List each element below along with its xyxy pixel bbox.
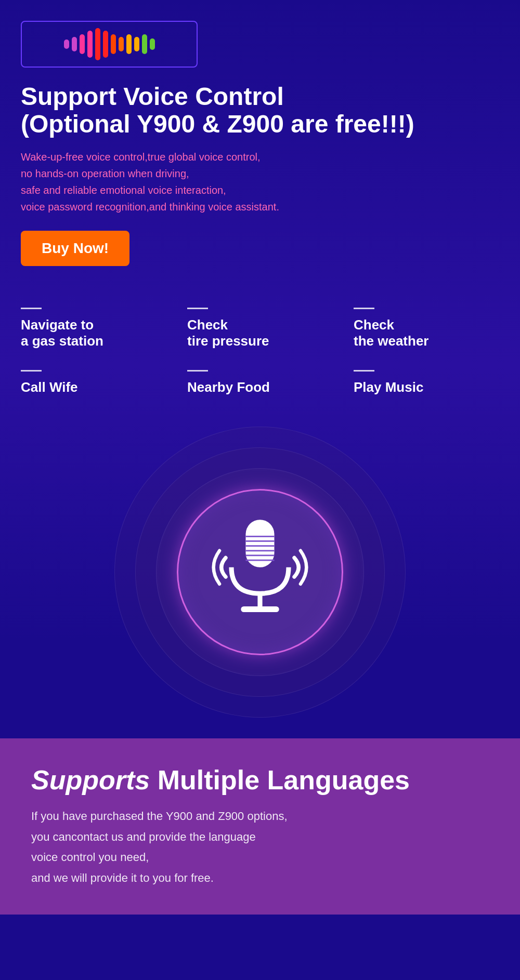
subtitle-text: Wake-up-free voice control,true global v… [21, 149, 499, 215]
title-line1: Support Voice Control [21, 83, 284, 110]
command-text-music: Play Music [354, 379, 499, 395]
waveform-bars [64, 28, 155, 60]
command-line-6 [354, 370, 374, 372]
waveform-bar [72, 37, 77, 51]
waveform-bar [119, 37, 124, 51]
bottom-title: Supports Multiple Languages [31, 764, 489, 796]
command-text-food: Nearby Food [187, 379, 333, 395]
waveform-bar [103, 31, 108, 58]
command-weather: Checkthe weather [343, 297, 510, 360]
command-navigate: Navigate toa gas station [10, 297, 177, 360]
command-line-3 [354, 308, 374, 309]
multiple-languages-label: Multiple Languages [150, 765, 410, 795]
waveform-bar [80, 34, 85, 54]
command-line-5 [187, 370, 208, 372]
waveform-bar [95, 28, 100, 60]
waveform-bar [64, 39, 69, 49]
waveform-bar [142, 34, 147, 54]
microphone-icon [208, 515, 312, 629]
waveform-box [21, 21, 198, 68]
waveform-bar [87, 31, 93, 58]
command-text-weather: Checkthe weather [354, 317, 499, 349]
command-line-2 [187, 308, 208, 309]
command-text-tire: Checktire pressure [187, 317, 333, 349]
svg-rect-8 [241, 606, 279, 612]
command-text-call: Call Wife [21, 379, 166, 395]
command-line-1 [21, 308, 42, 309]
waveform-bar [111, 34, 116, 54]
command-grid: Navigate toa gas station Checktire press… [0, 297, 520, 406]
main-container: Support Voice Control (Optional Y900 & Z… [0, 0, 520, 915]
command-call: Call Wife [10, 360, 177, 406]
command-text-navigate: Navigate toa gas station [21, 317, 166, 349]
circles-container [114, 427, 406, 718]
waveform-bar [134, 37, 139, 51]
command-line-4 [21, 370, 42, 372]
bottom-section: Supports Multiple Languages If you have … [0, 738, 520, 914]
buy-now-button[interactable]: Buy Now! [21, 231, 129, 266]
command-food: Nearby Food [177, 360, 343, 406]
command-music: Play Music [343, 360, 510, 406]
supports-label: Supports [31, 765, 150, 795]
mic-section [0, 416, 520, 738]
main-title: Support Voice Control (Optional Y900 & Z… [21, 83, 499, 138]
waveform-bar [150, 38, 155, 50]
waveform-bar [126, 34, 132, 54]
mic-circle [177, 489, 343, 655]
bottom-description: If you have purchased the Y900 and Z900 … [31, 806, 489, 888]
title-line2: (Optional Y900 & Z900 are free!!!) [21, 110, 414, 138]
command-tire: Checktire pressure [177, 297, 343, 360]
top-section: Support Voice Control (Optional Y900 & Z… [0, 0, 520, 297]
